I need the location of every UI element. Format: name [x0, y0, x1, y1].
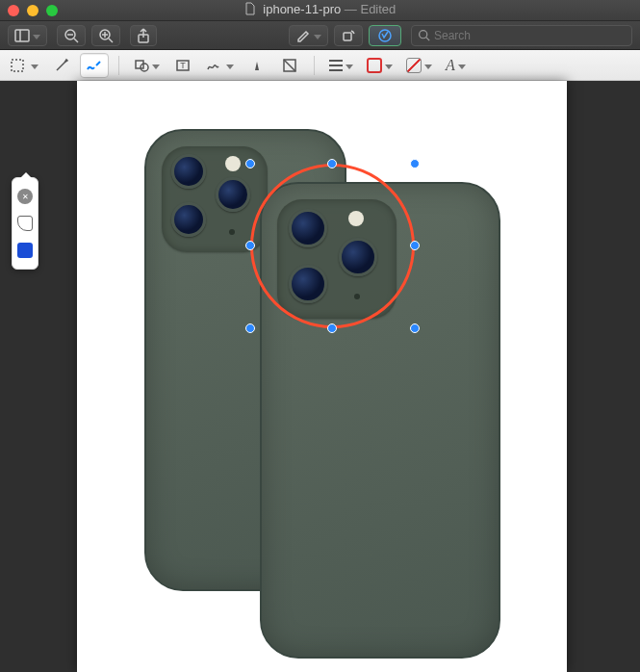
- sidebar-icon: [14, 29, 30, 42]
- sidebar-menu-button[interactable]: [8, 25, 47, 46]
- window-title-filename: iphone-11-pro: [263, 2, 341, 16]
- svg-line-13: [426, 38, 429, 40]
- svg-rect-14: [12, 60, 23, 71]
- annotation-circle[interactable]: [250, 164, 415, 328]
- text-icon: T: [175, 58, 191, 73]
- sketch-shape-option[interactable]: [16, 215, 34, 232]
- shapes-menu-button[interactable]: [129, 53, 165, 78]
- sketch-cancel-button[interactable]: [16, 188, 34, 205]
- stroke-color-menu-button[interactable]: [362, 53, 397, 78]
- stroke-menu-button[interactable]: [324, 53, 358, 78]
- sketch-tool-button[interactable]: [80, 53, 109, 78]
- search-field[interactable]: [411, 25, 632, 46]
- canvas-area[interactable]: [0, 81, 640, 672]
- camera-lens: [171, 154, 206, 189]
- svg-line-6: [109, 39, 113, 42]
- adjust-color-button[interactable]: [243, 53, 271, 78]
- highlight-icon: [295, 28, 311, 43]
- document-page[interactable]: [77, 81, 567, 672]
- svg-point-16: [141, 64, 148, 71]
- zoom-out-icon: [64, 28, 79, 43]
- zoom-out-button[interactable]: [57, 25, 86, 46]
- adjust-shape-icon: [282, 58, 297, 73]
- document-icon: [244, 2, 256, 18]
- rotate-icon: [341, 28, 356, 43]
- sign-menu-button[interactable]: [201, 53, 239, 78]
- svg-rect-0: [15, 30, 29, 41]
- fullscreen-window-button[interactable]: [46, 5, 58, 16]
- adjust-color-icon: [249, 58, 265, 73]
- selection-handle-se[interactable]: [410, 323, 420, 333]
- selection-handle-nw[interactable]: [245, 159, 255, 168]
- sketch-palette-popover: [12, 177, 38, 270]
- selection-handle-s[interactable]: [327, 323, 337, 333]
- titlebar: iphone-11-pro — Edited: [0, 0, 640, 21]
- primary-toolbar: [0, 21, 640, 50]
- text-style-icon: A: [446, 57, 455, 74]
- svg-line-20: [284, 60, 295, 71]
- fill-menu-button[interactable]: [401, 53, 437, 78]
- adjust-shape-button[interactable]: [275, 53, 304, 78]
- svg-rect-10: [344, 33, 351, 40]
- camera-flash: [225, 156, 241, 171]
- sign-icon: [206, 58, 223, 73]
- shapes-icon: [134, 58, 149, 73]
- share-icon: [137, 28, 150, 43]
- stroke-color-icon: [367, 58, 382, 73]
- divider: [118, 56, 119, 75]
- camera-lens: [171, 202, 206, 237]
- markup-toolbar: T A: [0, 50, 640, 81]
- instant-alpha-icon: [54, 58, 69, 73]
- selection-handle-ne[interactable]: [410, 159, 420, 168]
- selection-handle-sw[interactable]: [245, 323, 255, 333]
- svg-text:T: T: [180, 61, 186, 70]
- instant-alpha-button[interactable]: [47, 53, 76, 78]
- divider: [314, 56, 315, 75]
- camera-lens: [216, 177, 250, 212]
- markup-icon: [375, 28, 395, 43]
- svg-line-3: [74, 39, 78, 42]
- selection-icon: [11, 58, 28, 73]
- sketch-keep-option[interactable]: [16, 242, 34, 259]
- search-icon: [418, 29, 430, 41]
- sketch-icon: [86, 58, 103, 73]
- window-title-edited: — Edited: [341, 2, 396, 16]
- markup-button[interactable]: [369, 25, 401, 46]
- selection-tool-button[interactable]: [6, 53, 43, 78]
- window-controls: [8, 5, 58, 16]
- zoom-in-button[interactable]: [91, 25, 120, 46]
- selection-handle-n[interactable]: [327, 159, 337, 168]
- stroke-icon: [329, 60, 343, 71]
- window-title: iphone-11-pro — Edited: [0, 2, 640, 18]
- svg-point-12: [420, 31, 427, 39]
- close-window-button[interactable]: [8, 5, 19, 16]
- zoom-in-icon: [98, 28, 114, 43]
- selection-handle-e[interactable]: [410, 241, 420, 250]
- text-style-menu-button[interactable]: A: [441, 53, 471, 78]
- rotate-button[interactable]: [334, 25, 363, 46]
- camera-mic: [229, 229, 235, 235]
- search-input[interactable]: [434, 29, 626, 42]
- highlight-button[interactable]: [289, 25, 328, 46]
- fill-icon: [406, 58, 422, 73]
- selection-handle-w[interactable]: [245, 241, 255, 250]
- minimize-window-button[interactable]: [27, 5, 38, 16]
- share-button[interactable]: [130, 25, 157, 46]
- text-tool-button[interactable]: T: [168, 53, 197, 78]
